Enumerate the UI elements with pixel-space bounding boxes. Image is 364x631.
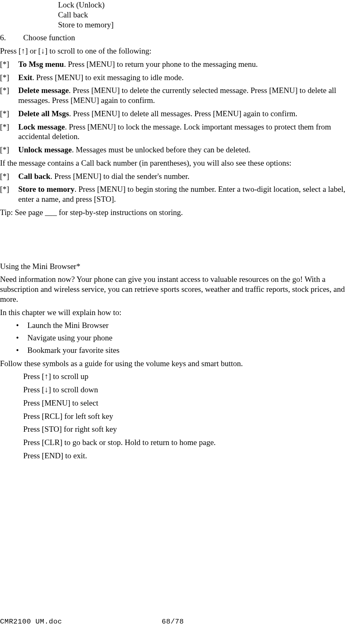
option-unlock-message: [*] Unlock message. Messages must be unl… [0,145,364,155]
bullet-launch: • Launch the Mini Browser [0,320,364,330]
option-call-back: [*] Call back. Press [MENU] to dial the … [0,171,364,181]
callback-intro: If the message contains a Call back numb… [0,158,364,168]
option-lock-message: [*] Lock message. Press [MENU] to lock t… [0,122,364,142]
bullet-marker: [*] [0,59,18,69]
bullet-bookmark: • Bookmark your favorite sites [0,345,364,355]
tip-text: Tip: See page ___ for step-by-step instr… [0,208,364,218]
symbol-end: Press [END] to exit. [23,451,364,461]
bullet-navigate: • Navigate using your phone [0,333,364,343]
bullet-icon: • [12,320,22,330]
option-label: To Msg menu [18,60,64,68]
option-text: . Press [MENU] to exit messaging to idle… [32,73,184,82]
footer-filename: CMR2100 UM.doc [0,617,162,626]
bullet-icon: • [12,345,22,355]
arrow-up-icon: ↑ [21,46,25,55]
bullet-marker: [*] [0,86,18,105]
bullet-marker: [*] [0,122,18,142]
option-label: Delete all Msgs [18,109,69,118]
symbol-sto: Press [STO] for right soft key [23,424,364,434]
option-text: . Press [MENU] to dial the sender's numb… [51,172,189,181]
arrow-down-icon: ↓ [41,46,45,55]
option-store-to-memory: [*] Store to memory. Press [MENU] to beg… [0,184,364,204]
bullet-marker: [*] [0,145,18,155]
symbol-scroll-up: Press [↑] to scroll up [23,372,364,382]
bullet-text: Bookmark your favorite sites [27,345,364,355]
footer-page-number: 68/78 [162,617,364,626]
option-exit: [*] Exit. Press [MENU] to exit messaging… [0,73,364,83]
arrow-up-icon: ↑ [44,372,49,381]
step-title: Choose function [23,33,362,43]
option-label: Lock message [18,122,65,131]
bullet-marker: [*] [0,109,18,119]
option-label: Unlock message [18,145,72,154]
symbol-scroll-down: Press [↓] to scroll down [23,385,364,395]
prev-list-item: Call back [58,10,364,20]
prev-list-item: Lock (Unlock) [58,0,364,10]
step-6: 6. Choose function [0,33,364,43]
option-text: . Press [MENU] to return your phone to t… [64,60,258,68]
option-text: . Press [MENU] to delete all messages. P… [69,109,297,118]
symbol-rcl: Press [RCL] for left soft key [23,411,364,421]
option-label: Store to memory [18,185,75,193]
bullet-marker: [*] [0,184,18,204]
section-heading: Using the Mini Browser* [0,262,364,271]
page-footer: CMR2100 UM.doc 68/78 [0,617,364,626]
option-to-msg-menu: [*] To Msg menu. Press [MENU] to return … [0,59,364,69]
symbol-menu: Press [MENU] to select [23,398,364,408]
arrow-down-icon: ↓ [44,385,49,394]
bullet-text: Navigate using your phone [27,333,364,343]
bullet-icon: • [12,333,22,343]
browser-intro: Need information now? Your phone can giv… [0,274,364,304]
step-number: 6. [0,33,23,43]
symbol-clr: Press [CLR] to go back or stop. Hold to … [23,438,364,448]
option-label: Call back [18,172,51,181]
option-label: Delete message [18,86,69,95]
bullet-text: Launch the Mini Browser [27,320,364,330]
symbols-intro: Follow these symbols as a guide for usin… [0,359,364,369]
scroll-instruction: Press [↑] or [↓] to scroll to one of the… [0,46,364,56]
explain-line: In this chapter we will explain how to: [0,308,364,318]
option-text: . Messages must be unlocked before they … [72,145,250,154]
option-delete-all-msgs: [*] Delete all Msgs. Press [MENU] to del… [0,109,364,119]
option-label: Exit [18,73,32,82]
bullet-marker: [*] [0,171,18,181]
option-delete-message: [*] Delete message. Press [MENU] to dele… [0,86,364,105]
option-text: . Press [MENU] to lock the message. Lock… [18,122,331,141]
bullet-marker: [*] [0,73,18,83]
prev-list-item: Store to memory] [58,20,364,30]
